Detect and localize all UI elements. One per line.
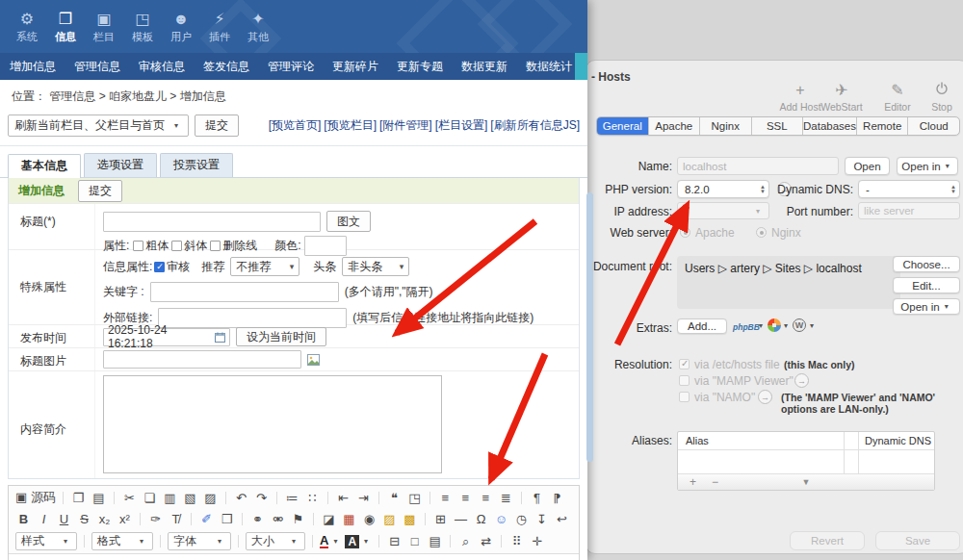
mamp-viewer-info-icon[interactable]: → (794, 373, 809, 388)
text-direction-rtl-icon[interactable]: ⁋ (549, 491, 565, 505)
scrollbar-thumb[interactable] (586, 192, 593, 462)
title-picture-input[interactable] (103, 350, 301, 369)
apache-radio[interactable] (680, 227, 690, 238)
align-left-icon[interactable]: ≡ (437, 491, 454, 505)
subscript-icon[interactable]: x₂ (96, 512, 113, 526)
tab-vote-settings[interactable]: 投票设置 (160, 153, 233, 177)
undo-icon[interactable]: ↶ (233, 491, 249, 505)
horizontal-rule-icon[interactable]: ― (453, 512, 469, 526)
image-icon[interactable]: ◪ (321, 512, 337, 526)
joomla-chevron-icon[interactable]: ▾ (784, 321, 788, 330)
link-icon[interactable]: ⚭ (249, 512, 266, 526)
paste-text-icon[interactable]: ▧ (182, 491, 198, 505)
bullet-list-icon[interactable]: ∷ (304, 491, 321, 505)
tab-basic-info[interactable]: 基本信息 (8, 154, 81, 178)
indent-icon[interactable]: ⇥ (355, 491, 372, 505)
highlight-icon[interactable]: ✐ (198, 512, 215, 526)
text-color-button[interactable]: A (320, 534, 328, 548)
menu-update-topics[interactable]: 更新专题 (397, 59, 443, 75)
source-icon[interactable]: ▣ 源码 (15, 489, 56, 506)
info-image-icon[interactable]: ▨ (381, 512, 398, 526)
align-justify-icon[interactable]: ≣ (498, 491, 514, 505)
extras-add-button[interactable]: Add... (677, 318, 727, 334)
calendar-icon[interactable] (215, 332, 225, 343)
copy-icon[interactable]: ❏ (142, 491, 158, 505)
copy-formatting-icon[interactable]: ✑ (147, 512, 164, 526)
cut-icon[interactable]: ✂ (121, 491, 138, 505)
stop-button[interactable]: Stop (914, 82, 963, 113)
tab-databases[interactable]: Databases (803, 117, 857, 135)
align-right-icon[interactable]: ≡ (478, 491, 494, 505)
underline-icon[interactable]: U (56, 512, 72, 526)
tuwen-button[interactable]: 图文 (326, 211, 371, 232)
refresh-submit-button[interactable]: 提交 (195, 115, 239, 137)
tab-nginx[interactable]: Nginx (700, 117, 752, 135)
revert-button[interactable]: Revert (790, 531, 865, 550)
tab-ssl[interactable]: SSL (752, 117, 804, 135)
tab-general[interactable]: General (597, 117, 649, 135)
tab-remote[interactable]: Remote (857, 117, 909, 135)
menu-manage-comments[interactable]: 管理评论 (268, 59, 314, 75)
link-preview-column[interactable]: [预览栏目] (324, 117, 377, 134)
replace-icon[interactable]: ⇄ (478, 534, 494, 548)
phpbb-logo[interactable]: phpBB (733, 322, 760, 332)
datetime-icon[interactable]: ◷ (513, 512, 530, 526)
link-refresh-all-js[interactable]: [刷新所有信息JS] (490, 117, 580, 134)
intro-textarea[interactable] (103, 375, 442, 473)
add-alias-button[interactable]: + (690, 475, 696, 489)
title-input[interactable] (103, 212, 321, 232)
style-dropdown[interactable]: 样式▾ (15, 532, 77, 550)
save-button[interactable]: Save (875, 531, 960, 550)
port-number-input[interactable] (858, 202, 960, 219)
tab-option-settings[interactable]: 选项设置 (84, 153, 157, 177)
panel-submit-button[interactable]: 提交 (78, 180, 122, 202)
nav-system[interactable]: ⚙系统 (8, 10, 46, 44)
superscript-icon[interactable]: x² (117, 512, 133, 526)
menu-add-info[interactable]: 增加信息 (10, 59, 56, 75)
outdent-icon[interactable]: ⇤ (335, 491, 351, 505)
audit-checkbox[interactable] (154, 262, 165, 272)
unlink-icon[interactable]: ⚮ (270, 512, 286, 526)
keyword-input[interactable] (150, 282, 339, 302)
format-dropdown[interactable]: 格式▾ (91, 532, 153, 550)
nav-user[interactable]: ☻用户 (162, 10, 200, 44)
headline-select[interactable]: 非头条▾ (342, 257, 409, 276)
special-char-icon[interactable]: Ω (473, 512, 489, 526)
bold-icon[interactable]: B (15, 512, 32, 526)
italic-icon[interactable]: I (36, 512, 52, 526)
link-attachment-manage[interactable]: [附件管理] (379, 117, 432, 134)
paste-word-icon[interactable]: ▨ (202, 491, 219, 505)
page-break-icon[interactable]: ↧ (534, 512, 550, 526)
blockquote-icon[interactable]: ❝ (386, 491, 403, 505)
dynamic-dns-select[interactable]: - ▲▼ (858, 180, 960, 198)
tab-cloud[interactable]: Cloud (908, 117, 959, 135)
nav-template[interactable]: ◳模板 (123, 10, 162, 44)
redo-icon[interactable]: ↷ (253, 491, 270, 505)
open-button[interactable]: Open (845, 157, 890, 175)
size-dropdown[interactable]: 大小▾ (246, 532, 305, 550)
doc-props-icon[interactable]: ▤ (427, 534, 443, 548)
phpbb-chevron-icon[interactable]: ▾ (759, 321, 763, 330)
link-column-settings[interactable]: [栏目设置] (435, 117, 488, 134)
text-wrap-icon[interactable]: ↩ (554, 512, 570, 526)
form-icon[interactable]: ⊟ (386, 534, 403, 548)
styled-table-icon[interactable]: ▦ (341, 512, 357, 526)
webstart-button[interactable]: ✈ WebStart (814, 82, 870, 113)
find-icon[interactable]: ⌕ (457, 534, 474, 549)
remove-format-icon[interactable]: T̸ (168, 512, 184, 526)
nav-info[interactable]: ❐信息 (46, 10, 85, 44)
font-dropdown[interactable]: 字体▾ (168, 532, 231, 550)
image-picker-icon[interactable] (307, 354, 320, 366)
wordpress-logo[interactable]: W (793, 318, 806, 332)
show-blocks-icon[interactable]: ⠿ (508, 534, 525, 548)
recommend-select[interactable]: 不推荐▾ (230, 257, 299, 276)
refresh-scope-select[interactable]: 刷新当前栏目、父栏目与首页 ▾ (8, 115, 189, 137)
nginx-radio[interactable] (756, 227, 767, 238)
publish-time-input[interactable]: 2025-10-24 16:21:18 (103, 328, 230, 346)
aliases-empty-row[interactable] (678, 450, 934, 474)
mamp-viewer-checkbox[interactable] (679, 375, 690, 386)
menu-update-fragments[interactable]: 更新碎片 (332, 59, 378, 75)
div-container-icon[interactable]: ◳ (406, 491, 423, 505)
menu-manage-info[interactable]: 管理信息 (74, 59, 120, 75)
align-center-icon[interactable]: ≡ (457, 491, 474, 505)
